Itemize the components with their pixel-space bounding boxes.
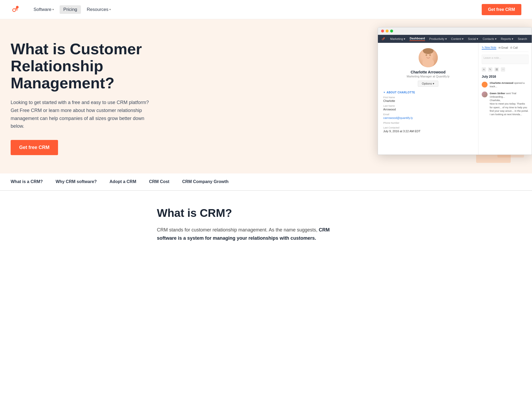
hero-cta-button[interactable]: Get free CRM: [11, 140, 58, 155]
field-label-phone: Phone Number: [383, 122, 473, 124]
screenshot-body: Charlotte Arrowood Marketing Manager at …: [378, 43, 532, 155]
gwen-avatar: [482, 92, 488, 97]
field-last-name: Last Name Arrowood: [383, 105, 473, 111]
screenshot-nav-content: Content ▾: [451, 37, 464, 41]
nav-item-resources[interactable]: Resources ▾: [83, 5, 114, 14]
svg-rect-6: [384, 38, 384, 39]
what-is-crm-text: CRM stands for customer relationship man…: [157, 226, 343, 242]
note-actions: A ✎ ⛓ ⋯: [482, 67, 529, 72]
svg-point-12: [429, 54, 431, 56]
screenshot-nav-social: Social ▾: [468, 37, 478, 41]
action-tabs: ✎ New Note ✉ Email ✆ Call: [482, 46, 529, 52]
avatar: [419, 48, 438, 67]
hero-title: What is Customer Relationship Management…: [11, 40, 160, 91]
dot-red: [381, 30, 384, 32]
field-label-last-name: Last Name: [383, 105, 473, 107]
more-icon: ⋯: [501, 67, 505, 72]
sticky-nav: What is a CRM? Why CRM software? Adopt a…: [0, 173, 532, 191]
hero-description: Looking to get started with a free and e…: [11, 99, 149, 130]
field-first-name: First Name Charlotte: [383, 96, 473, 102]
hubspot-logo[interactable]: [11, 4, 21, 15]
timeline-text-2: Gwen Striker sent Trial Onboarding... Ch…: [490, 92, 529, 116]
edit-icon: ✎: [488, 67, 492, 72]
svg-rect-2: [17, 7, 17, 11]
link-icon: ⛓: [494, 67, 499, 72]
svg-line-8: [383, 38, 384, 39]
screenshot-nav-search: Search: [518, 37, 527, 40]
nav-item-pricing[interactable]: Pricing: [60, 5, 81, 14]
nav-item-software[interactable]: Software ▾: [30, 5, 57, 14]
field-value-first-name: Charlotte: [383, 99, 473, 102]
field-label-first-name: First Name: [383, 96, 473, 99]
timeline-text-1: Charlotte Arrowood opened a track...: [490, 81, 529, 88]
avatar-face: [419, 48, 438, 67]
screenshot-nav-contacts: Contacts ▾: [482, 37, 496, 41]
resources-chevron-icon: ▾: [109, 8, 111, 11]
timeline-month: July 2016: [482, 75, 529, 78]
field-phone: Phone Number: [383, 122, 473, 124]
about-section-label: ABOUT CHARLOTTE: [383, 91, 473, 94]
sticky-nav-what-is-crm[interactable]: What is a CRM?: [11, 173, 49, 191]
timeline-item-1: Charlotte Arrowood opened a track...: [482, 81, 529, 88]
dot-green: [390, 30, 393, 32]
software-chevron-icon: ▾: [52, 8, 54, 11]
timeline-dot-orange: [482, 82, 488, 88]
sticky-nav-why-crm[interactable]: Why CRM software?: [49, 173, 103, 191]
screenshot-app-nav: Marketing ▾ Dashboard Productivity ▾ Con…: [378, 35, 532, 43]
field-value-last-name: Arrowood: [383, 108, 473, 111]
field-label-email: Email: [383, 113, 473, 116]
screenshot-nav-reports: Reports ▾: [501, 37, 514, 41]
tab-new-note: ✎ New Note: [482, 46, 496, 49]
tab-email: ✉ Email: [498, 46, 508, 49]
sticky-nav-crm-company-growth[interactable]: CRM Company Growth: [176, 173, 235, 191]
screenshot-nav-marketing: Marketing ▾: [390, 37, 405, 41]
email-icon: ✉: [498, 46, 501, 49]
field-value-email: carrowood@quantify.ly: [383, 116, 473, 119]
crm-text-intro: CRM stands for customer relationship man…: [157, 227, 319, 233]
sticky-nav-adopt-crm[interactable]: Adopt a CRM: [103, 173, 143, 191]
field-last-contacted: Last Contacted July 9, 2016 at 3:22 AM E…: [383, 126, 473, 133]
svg-point-0: [11, 4, 21, 14]
tab-call: ✆ Call: [510, 46, 518, 49]
screenshot-nav-dashboard: Dashboard: [410, 37, 425, 41]
contact-job-title: Marketing Manager at Quantify.ly: [407, 75, 449, 78]
note-textarea[interactable]: Leave a note...: [482, 55, 529, 64]
field-label-last-contacted: Last Contacted: [383, 126, 473, 129]
what-is-crm-title: What is CRM?: [157, 207, 375, 219]
sticky-nav-crm-cost[interactable]: CRM Cost: [143, 173, 176, 191]
screenshot-contact-panel: Charlotte Arrowood Marketing Manager at …: [378, 43, 479, 155]
call-icon: ✆: [510, 46, 512, 49]
hero-screenshot: Marketing ▾ Dashboard Productivity ▾ Con…: [378, 27, 532, 155]
screenshot-titlebar: [378, 27, 532, 35]
field-email: Email carrowood@quantify.ly: [383, 113, 473, 119]
screenshot-activity-panel: ✎ New Note ✉ Email ✆ Call Leave a note..…: [479, 43, 532, 155]
navbar-cta-button[interactable]: Get free CRM: [482, 4, 521, 15]
options-button[interactable]: Options ▾: [418, 81, 438, 87]
navbar: Software ▾ Pricing Resources ▾ Get free …: [0, 0, 532, 19]
main-content: What is CRM? CRM stands for customer rel…: [146, 191, 386, 258]
screenshot-nav-productivity: Productivity ▾: [429, 37, 447, 41]
note-icon: ✎: [482, 46, 484, 49]
svg-point-11: [426, 54, 427, 56]
hero-content: What is Customer Relationship Management…: [11, 35, 160, 155]
contact-profile: Charlotte Arrowood Marketing Manager at …: [383, 48, 473, 87]
dot-yellow: [386, 30, 389, 32]
field-value-last-contacted: July 9, 2016 at 3:22 AM EDT: [383, 130, 473, 133]
contact-name: Charlotte Arrowood: [411, 70, 446, 74]
timeline-item-2: Gwen Striker sent Trial Onboarding... Ch…: [482, 92, 529, 116]
hero-section: What is Customer Relationship Management…: [0, 19, 532, 173]
bold-icon: A: [482, 67, 486, 72]
svg-point-10: [422, 58, 434, 67]
navbar-nav: Software ▾ Pricing Resources ▾: [30, 5, 482, 14]
